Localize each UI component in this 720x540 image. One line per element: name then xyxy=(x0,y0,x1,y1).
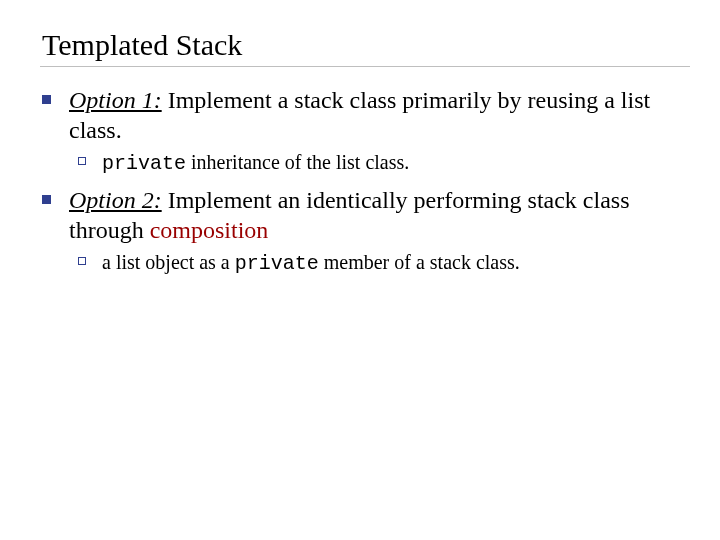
list-item: a list object as a private member of a s… xyxy=(78,249,680,277)
option2-sub-a: a list object as a xyxy=(102,251,235,273)
option1-label: Option 1: xyxy=(69,87,162,113)
slide: Templated Stack Option 1: Implement a st… xyxy=(0,0,720,540)
list-item: private inheritance of the list class. xyxy=(78,149,680,177)
hollow-square-bullet-icon xyxy=(78,257,86,265)
option1-text: Option 1: Implement a stack class primar… xyxy=(69,85,680,145)
option2-sub-b: member of a stack class. xyxy=(319,251,520,273)
option1-sub-code: private xyxy=(102,152,186,175)
content-area: Option 1: Implement a stack class primar… xyxy=(40,85,690,277)
option2-sub: a list object as a private member of a s… xyxy=(102,249,520,277)
option2-sub-code: private xyxy=(235,252,319,275)
square-bullet-icon xyxy=(42,195,51,204)
slide-title: Templated Stack xyxy=(42,28,690,62)
hollow-square-bullet-icon xyxy=(78,157,86,165)
title-rule xyxy=(40,66,690,67)
list-item: Option 2: Implement an identically perfo… xyxy=(42,185,680,245)
square-bullet-icon xyxy=(42,95,51,104)
option1-sub-rest: inheritance of the list class. xyxy=(186,151,409,173)
list-item: Option 1: Implement a stack class primar… xyxy=(42,85,680,145)
option2-rest-red: composition xyxy=(150,217,269,243)
option2-text: Option 2: Implement an identically perfo… xyxy=(69,185,680,245)
option1-sub: private inheritance of the list class. xyxy=(102,149,409,177)
option2-label: Option 2: xyxy=(69,187,162,213)
